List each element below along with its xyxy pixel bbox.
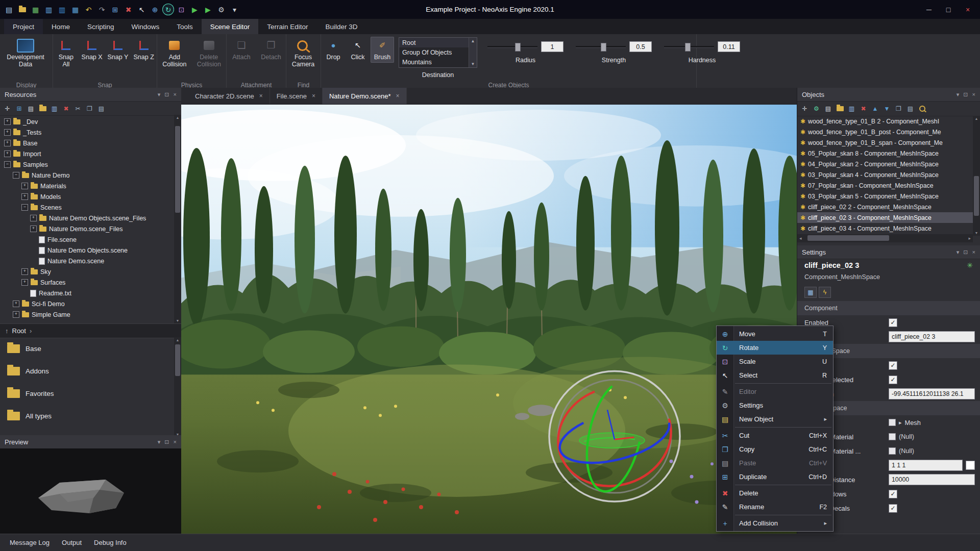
tree-item-readme-txt[interactable]: Readme.txt [0,288,174,298]
play-simulation-icon[interactable]: ▶ [189,4,201,15]
drop-button[interactable]: ●Drop [322,37,345,63]
expander-icon[interactable]: − [13,172,19,179]
rotate-tool-icon[interactable]: ↻ [162,4,174,15]
move-up-icon[interactable]: ▲ [870,104,880,114]
statusbar-item-output[interactable]: Output [56,539,87,546]
expander-icon[interactable]: + [30,215,37,221]
object-item[interactable]: ✱cliff_piece_03 4 - Component_MeshInSpac… [797,223,973,234]
tools-icon[interactable]: ⚙ [215,4,227,15]
close-icon[interactable]: × [972,91,975,98]
snap-z-button[interactable]: Snap Z [131,37,156,70]
tree-item-dev[interactable]: +_Dev [0,116,174,127]
checkbox[interactable]: ✓ [889,504,897,513]
menu-item-new-object[interactable]: ▤New Object▸ [717,412,833,426]
redo-icon[interactable]: ↷ [96,4,108,15]
reset-box[interactable] [889,447,896,455]
save-icon[interactable]: ▥ [50,104,59,113]
open-icon[interactable] [38,104,47,113]
category-item-base[interactable]: Base [0,337,181,360]
resources-path-bar[interactable]: ↑ Root › [0,323,181,338]
menu-item-select[interactable]: ↖SelectR [717,368,833,382]
tools-icon[interactable]: ✛ [3,104,12,113]
category-item-addons[interactable]: Addons [0,360,181,382]
collapse-icon[interactable]: ▾ [158,439,161,445]
menu-item-settings[interactable]: ⚙Settings [717,398,833,412]
move-tool-icon[interactable]: ⊕ [149,4,161,15]
resources-scrollbar[interactable]: ▲▼ [174,115,181,323]
new-file-icon[interactable]: ▤ [823,104,833,114]
copy-icon[interactable]: ❐ [85,104,94,113]
checkbox[interactable]: ✓ [889,375,897,384]
document-tab-file-scene[interactable]: File.scene× [270,88,323,104]
destination-option-mountains[interactable]: Mountains [399,57,477,67]
scrollbar-thumb[interactable] [175,126,180,213]
menu-item-add-collision[interactable]: +Add Collision▸ [717,516,833,530]
tree-item-file-scene[interactable]: File.scene [0,234,174,245]
menu-item-rotate[interactable]: ↻RotateY [717,341,833,355]
view-options-icon[interactable]: ⊞ [14,104,24,113]
expander-icon[interactable]: + [4,129,11,136]
paste-icon[interactable]: ▤ [905,104,915,114]
menu-item-rename[interactable]: ✎RenameF2 [717,500,833,514]
minimize-button[interactable]: ─ [920,3,938,16]
expander-icon[interactable]: − [4,161,11,168]
statusbar-item-message-log[interactable]: Message Log [4,539,55,546]
tree-item-surfaces[interactable]: +Surfaces [0,277,174,288]
snap-x-button[interactable]: Snap X [80,37,105,70]
expander-icon[interactable]: + [4,151,11,157]
object-item[interactable]: ✱wood_fence_type_01_B_post - Component_M… [797,127,973,137]
text-field[interactable]: 10000 [889,474,975,485]
expander-icon[interactable]: + [30,226,37,232]
undo-icon[interactable]: ↶ [83,4,94,15]
collapse-icon[interactable]: ▾ [957,91,960,98]
ribbon-tab-windows[interactable]: Windows [123,19,168,34]
object-item[interactable]: ✱03_Poplar_skan 4 - Component_MeshInSpac… [797,169,973,180]
tree-item-nature-demo-objects-scene[interactable]: Nature Demo Objects.scene [0,245,174,256]
select-tool-icon[interactable]: ↖ [136,4,148,15]
tree-item-tests[interactable]: +_Tests [0,127,174,138]
pin-icon[interactable]: ⊡ [164,91,169,98]
click-button[interactable]: ↖Click [346,37,370,63]
object-item[interactable]: ✱wood_fence_type_01_B 2 - Component_Mesh… [797,116,973,127]
checkbox[interactable]: ✓ [889,361,897,370]
close-tab-icon[interactable]: × [312,92,315,99]
close-icon[interactable]: × [174,439,177,445]
expander-icon[interactable]: + [13,300,19,307]
clone-icon[interactable]: ❐ [894,104,903,114]
scroll-up-icon[interactable]: ▲ [471,39,475,43]
tools-icon[interactable]: ✛ [800,104,810,114]
scroll-left-icon[interactable]: ◂ [799,236,802,241]
events-mode-icon[interactable]: ϟ [819,287,831,298]
grid-view-icon[interactable]: ▦ [69,4,81,15]
scroll-down-icon[interactable]: ▼ [471,62,475,66]
pin-icon[interactable]: ⊡ [963,249,968,256]
scrollbar-thumb[interactable] [807,235,889,241]
strength-value[interactable]: 0.5 [629,41,652,52]
save-icon[interactable]: ▥ [847,104,856,114]
ribbon-tab-project[interactable]: Project [4,19,43,34]
tree-item-sci-fi-demo[interactable]: +Sci-fi Demo [0,298,174,309]
move-down-icon[interactable]: ▼ [882,104,892,114]
paste-icon[interactable]: ▤ [96,104,106,113]
slider-handle[interactable] [685,43,691,52]
pin-icon[interactable]: ⊡ [963,91,968,98]
open-icon[interactable] [835,104,845,114]
add-collision-button[interactable]: Add Collision [158,37,191,70]
delete-icon[interactable]: ✖ [122,4,134,15]
statusbar-item-debug-info[interactable]: Debug Info [88,539,132,546]
object-item[interactable]: ✱cliff_piece_02 2 - Component_MeshInSpac… [797,202,973,212]
close-button[interactable]: × [959,3,977,16]
development-data-button[interactable]: Development Data [1,37,51,70]
viewport-3d[interactable] [181,105,797,534]
object-item[interactable]: ✱04_Poplar_skan 2 - Component_MeshInSpac… [797,159,973,169]
expander-icon[interactable]: + [21,183,28,189]
destination-scroll[interactable]: ▲▼ [469,38,477,67]
tree-item-import[interactable]: +Import [0,148,174,159]
save-icon[interactable]: ▥ [43,4,55,15]
destination-option-group-of-objects[interactable]: Group Of Objects [399,47,477,57]
run-player-icon[interactable]: ▶ [202,4,214,15]
category-item-all-types[interactable]: All types [0,405,181,427]
delete-icon[interactable]: ✖ [61,104,71,113]
up-icon[interactable]: ↑ [5,327,9,335]
ribbon-tab-tools[interactable]: Tools [168,19,202,34]
